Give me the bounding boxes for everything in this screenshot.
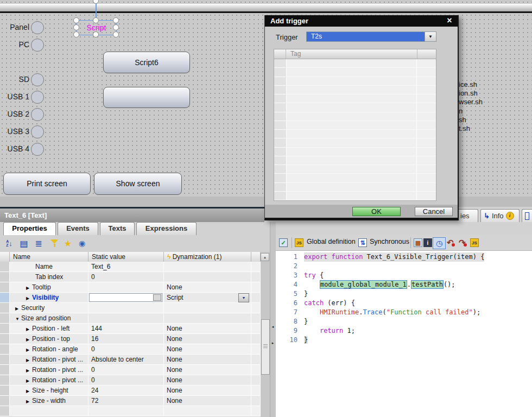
static-value-cell[interactable]: 0 xyxy=(88,365,164,375)
code-line[interactable]: 6catch (err) { xyxy=(276,299,532,308)
static-value-cell[interactable]: Absolute to center xyxy=(88,355,164,365)
code-line[interactable]: 3try { xyxy=(276,271,532,280)
tag-cell[interactable] xyxy=(287,156,416,165)
trigger-clock-icon[interactable]: ◷ xyxy=(433,237,446,249)
tab-events[interactable]: Events xyxy=(58,222,98,235)
tag-aux-cell[interactable] xyxy=(416,183,436,191)
property-name-cell[interactable]: ▶Rotation - pivot ... xyxy=(10,375,88,386)
tag-row[interactable] xyxy=(274,148,436,156)
tag-row-header-cell[interactable] xyxy=(274,192,287,200)
tag-aux-cell[interactable] xyxy=(416,68,436,76)
tab-properties-fragment[interactable]: ies xyxy=(458,209,478,222)
tag-cell[interactable] xyxy=(287,103,416,111)
static-value-cell[interactable] xyxy=(88,293,164,303)
static-value-cell[interactable]: 0 xyxy=(88,344,164,355)
property-row[interactable]: ▶Rotation - pivot ...Absolute to centerN… xyxy=(0,355,261,365)
device-indicator[interactable] xyxy=(31,125,44,138)
js-global-icon[interactable]: JS xyxy=(295,237,303,248)
tag-aux-cell[interactable] xyxy=(416,112,436,121)
collapse-categories-icon[interactable]: ≣ xyxy=(32,237,45,249)
validate-script-icon[interactable]: ✓ xyxy=(279,237,288,248)
scroll-up-icon[interactable]: ▲ xyxy=(261,253,269,261)
tag-row-header-cell[interactable] xyxy=(274,148,287,156)
snippets-icon[interactable]: ▦ xyxy=(414,237,422,248)
row-header-cell[interactable] xyxy=(0,365,10,375)
tag-row-header-cell[interactable] xyxy=(274,86,287,94)
tag-row[interactable] xyxy=(274,103,436,112)
dynamization-cell[interactable]: None xyxy=(164,365,251,375)
tag-row-header-cell[interactable] xyxy=(274,121,287,129)
dynamization-cell[interactable]: None xyxy=(164,396,251,406)
code-line[interactable]: 7 HMIRuntime.Trace("Function call failed… xyxy=(276,308,532,317)
tag-cell[interactable] xyxy=(287,138,416,147)
property-name-cell[interactable] xyxy=(10,406,88,416)
property-row[interactable]: ▶Rotation - angle0None xyxy=(0,344,261,355)
tag-aux-cell[interactable] xyxy=(416,121,436,129)
triangle-down-icon[interactable]: ▼ xyxy=(15,314,21,324)
tag-cell[interactable] xyxy=(287,192,416,200)
dropdown-arrow-icon[interactable]: ▼ xyxy=(425,32,436,41)
tag-aux-cell[interactable] xyxy=(416,103,436,111)
rotation-handle[interactable] xyxy=(93,0,99,4)
column-dynamization[interactable]: ϟ Dynamization (1) xyxy=(164,252,251,262)
tag-row-header-cell[interactable] xyxy=(274,59,287,67)
triangle-right-icon[interactable]: ▶ xyxy=(26,283,32,293)
row-header-cell[interactable] xyxy=(0,334,10,344)
tag-row[interactable] xyxy=(274,121,436,130)
trigger-dropdown[interactable]: T2s ▼ xyxy=(306,31,436,42)
tab-texts[interactable]: Texts xyxy=(100,222,135,235)
tag-cell[interactable] xyxy=(287,165,416,173)
tag-row-header-cell[interactable] xyxy=(274,183,287,191)
selection-handle[interactable] xyxy=(93,17,99,23)
global-definition-label[interactable]: Global definition xyxy=(307,238,356,245)
tag-aux-cell[interactable] xyxy=(416,59,436,67)
tag-aux-cell[interactable] xyxy=(416,174,436,182)
property-name-cell[interactable]: ▶Tooltip xyxy=(10,282,88,293)
static-value-cell[interactable]: 144 xyxy=(88,324,164,334)
selection-handle[interactable] xyxy=(73,31,79,37)
triangle-right-icon[interactable]: ▶ xyxy=(26,397,32,406)
collapse-left-icon[interactable]: ◂ xyxy=(270,321,275,332)
dynamization-cell[interactable]: None xyxy=(164,386,251,396)
dynamization-cell[interactable]: None xyxy=(164,324,251,334)
tab-diagnostics-fragment[interactable] xyxy=(522,209,532,222)
tag-row[interactable] xyxy=(274,165,436,174)
tag-row-header-cell[interactable] xyxy=(274,174,287,182)
dynamization-cell[interactable]: None xyxy=(164,344,251,355)
tag-cell[interactable] xyxy=(287,77,416,85)
property-name-cell[interactable]: ▶Position - left xyxy=(10,324,88,334)
selection-handle[interactable] xyxy=(73,24,79,30)
filter-icon[interactable] xyxy=(48,237,61,249)
triangle-right-icon[interactable]: ▶ xyxy=(26,387,32,396)
property-row[interactable]: Tab index0 xyxy=(0,272,261,282)
tag-row[interactable] xyxy=(274,112,436,121)
synchronous-label[interactable]: Synchronous xyxy=(370,238,409,245)
tag-cell[interactable] xyxy=(287,86,416,94)
property-row[interactable]: ▶Security xyxy=(0,303,261,313)
property-row[interactable]: NameText_6 xyxy=(0,262,261,272)
tag-row[interactable] xyxy=(274,192,436,200)
triangle-right-icon[interactable]: ▶ xyxy=(15,304,21,313)
tag-cell[interactable] xyxy=(287,59,416,67)
device-indicator[interactable] xyxy=(31,91,44,104)
collapse-right-icon[interactable]: ▸ xyxy=(270,338,275,349)
triangle-right-icon[interactable]: ▶ xyxy=(26,376,32,386)
row-header-cell[interactable] xyxy=(0,313,10,324)
tag-cell[interactable] xyxy=(287,130,416,138)
print-screen-button-element[interactable]: Print screen xyxy=(3,173,91,195)
tag-row-header-cell[interactable] xyxy=(274,103,287,111)
tag-cell[interactable] xyxy=(287,183,416,191)
dynamization-cell[interactable]: None xyxy=(164,282,251,293)
cancel-button[interactable]: Cancel xyxy=(415,207,453,216)
static-value-cell[interactable] xyxy=(88,303,164,313)
dynamization-cell[interactable] xyxy=(164,406,251,416)
static-value-cell[interactable]: 24 xyxy=(88,386,164,396)
tab-properties[interactable]: Properties xyxy=(3,222,56,235)
property-row[interactable]: ▶TooltipNone xyxy=(0,282,261,293)
property-row[interactable]: ▶Rotation - pivot ...0None xyxy=(0,375,261,386)
dialog-title-bar[interactable]: Add trigger xyxy=(265,15,458,27)
system-functions-icon[interactable]: i xyxy=(423,237,432,248)
row-header-cell[interactable] xyxy=(0,355,10,365)
tag-column-header[interactable]: Tag xyxy=(286,49,417,59)
property-name-cell[interactable]: ▶Security xyxy=(10,303,88,313)
